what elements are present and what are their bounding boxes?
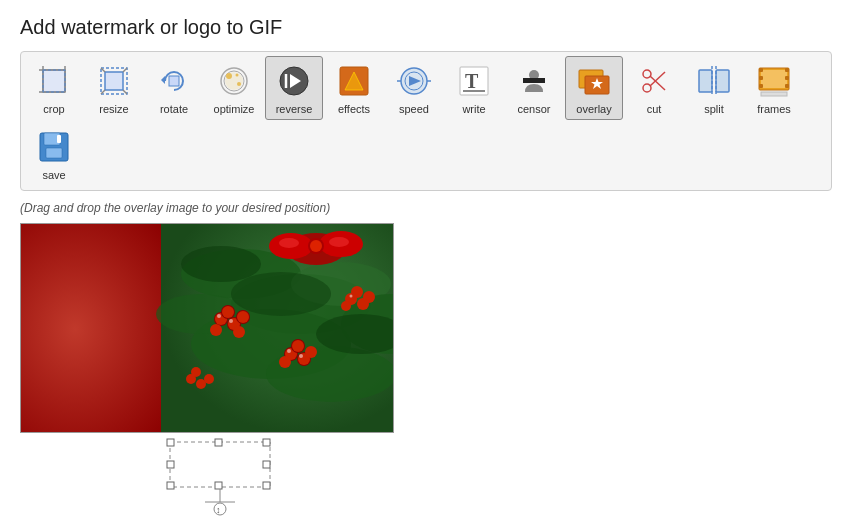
svg-rect-13 [169,76,179,86]
svg-rect-47 [761,70,787,88]
svg-rect-117 [215,439,222,446]
overlay-icon [574,61,614,101]
svg-text:↕: ↕ [216,505,221,515]
svg-rect-42 [699,70,712,92]
svg-rect-32 [463,90,485,92]
svg-marker-12 [161,76,165,84]
tool-rotate[interactable]: rotate [145,56,203,120]
censor-label: censor [517,103,550,115]
svg-point-80 [237,311,249,323]
resize-icon [94,61,134,101]
svg-rect-115 [167,482,174,489]
split-icon [694,61,734,101]
tool-censor[interactable]: censor [505,56,563,120]
tool-overlay[interactable]: overlay [565,56,623,120]
frames-label: frames [757,103,791,115]
tool-frames[interactable]: frames [745,56,803,120]
svg-point-105 [279,238,299,248]
svg-point-109 [287,349,291,353]
gif-preview[interactable] [20,223,394,433]
svg-rect-119 [167,461,174,468]
svg-rect-51 [785,68,789,72]
svg-rect-34 [523,78,545,83]
tool-effects[interactable]: effects [325,56,383,120]
overlay-drag-handle[interactable]: ↕ [160,437,280,517]
svg-rect-43 [716,70,729,92]
optimize-label: optimize [214,103,255,115]
cut-icon [634,61,674,101]
cut-label: cut [647,103,662,115]
svg-rect-120 [263,461,270,468]
svg-point-78 [222,306,234,318]
svg-rect-114 [263,439,270,446]
overlay-handle-svg: ↕ [160,437,280,517]
svg-rect-7 [105,72,123,90]
tool-reverse[interactable]: reverse [265,56,323,120]
crop-icon [34,61,74,101]
rotate-label: rotate [160,103,188,115]
svg-point-81 [210,324,222,336]
speed-icon [394,61,434,101]
speed-label: speed [399,103,429,115]
svg-point-108 [229,319,233,323]
svg-point-94 [363,291,375,303]
svg-rect-112 [170,442,270,487]
toolbar: crop resize [20,51,832,191]
reverse-label: reverse [276,103,313,115]
svg-point-98 [191,367,201,377]
svg-point-71 [231,272,331,316]
svg-point-106 [329,237,349,247]
effects-icon [334,61,374,101]
optimize-icon [214,61,254,101]
svg-rect-5 [43,70,65,92]
svg-point-110 [299,354,303,358]
write-label: write [462,103,485,115]
svg-rect-50 [759,84,763,88]
svg-point-104 [310,240,322,252]
tool-speed[interactable]: speed [385,56,443,120]
tool-resize[interactable]: resize [85,56,143,120]
gif-canvas [21,224,394,433]
write-icon: T [454,61,494,101]
hint-text: (Drag and drop the overlay image to your… [20,201,832,215]
frames-icon [754,61,794,101]
crop-label: crop [43,103,64,115]
tool-save[interactable]: save [25,122,83,186]
svg-rect-113 [167,439,174,446]
resize-label: resize [99,103,128,115]
save-label: save [42,169,65,181]
svg-point-89 [305,346,317,358]
svg-point-19 [225,72,243,90]
svg-rect-53 [785,84,789,88]
effects-label: effects [338,103,370,115]
svg-text:T: T [465,70,479,92]
svg-point-111 [350,295,353,298]
tool-optimize[interactable]: optimize [205,56,263,120]
svg-point-93 [351,286,363,298]
page-title: Add watermark or logo to GIF [20,16,832,39]
svg-rect-58 [57,135,61,143]
tool-crop[interactable]: crop [25,56,83,120]
svg-rect-57 [46,148,62,158]
split-label: split [704,103,724,115]
svg-point-107 [217,314,221,318]
svg-rect-116 [263,482,270,489]
save-icon [34,127,74,167]
svg-rect-52 [785,76,789,80]
svg-point-82 [233,326,245,338]
tool-write[interactable]: T write [445,56,503,120]
svg-rect-118 [215,482,222,489]
svg-rect-49 [759,76,763,80]
tool-split[interactable]: split [685,56,743,120]
svg-point-90 [279,356,291,368]
rotate-icon [154,61,194,101]
svg-rect-48 [759,68,763,72]
canvas-area: ↕ [20,223,832,517]
svg-point-88 [292,340,304,352]
svg-point-99 [204,374,214,384]
svg-rect-54 [761,92,787,96]
censor-icon [514,61,554,101]
tool-cut[interactable]: cut [625,56,683,120]
reverse-icon [274,61,314,101]
svg-point-70 [181,246,261,282]
